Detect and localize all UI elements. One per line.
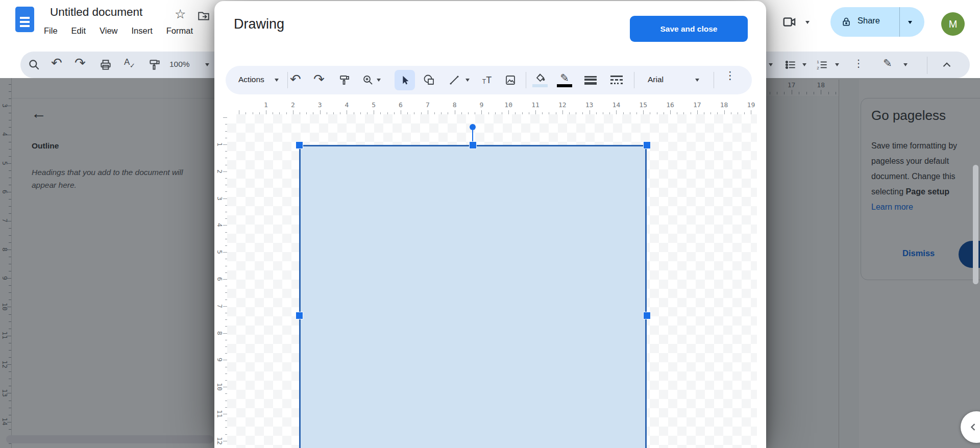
bulleted-list-icon[interactable] [784, 58, 797, 71]
cursor-icon [399, 74, 410, 86]
ruler-mark [223, 306, 227, 307]
redo-icon[interactable]: ↷ [75, 55, 86, 71]
editing-mode-caret-icon[interactable] [903, 63, 908, 68]
pencil-icon: ✎ [560, 72, 569, 84]
ruler-number: 7 [216, 304, 224, 308]
doc-title[interactable]: Untitled document [50, 6, 142, 19]
zoom-caret-icon[interactable] [377, 79, 381, 84]
toolbar-more-icon[interactable]: ⋮ [725, 69, 736, 82]
actions-menu[interactable]: Actions [238, 75, 264, 84]
resize-handle-top-middle[interactable] [470, 142, 476, 148]
toolbar-divider [927, 57, 927, 74]
print-icon[interactable] [99, 58, 112, 71]
select-tool[interactable] [395, 70, 415, 90]
resize-handle-middle-right[interactable] [644, 312, 650, 319]
avatar-initial: M [949, 18, 958, 30]
drawing-vertical-ruler: 123456789101112 [214, 114, 227, 448]
lock-icon [841, 17, 851, 27]
menu-view[interactable]: View [100, 26, 117, 36]
zoom-caret-icon[interactable] [205, 63, 209, 68]
ruler-mark [320, 110, 321, 114]
ruler-mark [455, 110, 455, 114]
line-color-swatch [557, 84, 572, 87]
line-weight-icon[interactable] [582, 71, 599, 89]
share-caret-icon[interactable] [908, 21, 912, 26]
ruler-mark [223, 225, 227, 226]
ruler-number: 16 [666, 101, 674, 109]
text-color-caret-icon[interactable] [769, 63, 773, 68]
toolbar-divider [526, 72, 526, 88]
ruler-mark [428, 110, 428, 114]
ruler-mark [223, 360, 227, 360]
ruler-mark [616, 110, 617, 114]
search-icon[interactable] [28, 58, 41, 71]
undo-icon[interactable]: ↶ [290, 71, 301, 87]
ruler-mark [223, 441, 227, 441]
editing-mode-pencil-icon[interactable]: ✎ [883, 57, 892, 69]
meet-camera-icon[interactable] [782, 14, 797, 30]
menu-insert[interactable]: Insert [132, 26, 153, 36]
horizontal-scrollbar-thumb[interactable] [6, 435, 213, 443]
selected-rectangle-shape[interactable] [299, 145, 647, 448]
insert-image-icon[interactable] [502, 71, 519, 89]
redo-icon[interactable]: ↷ [313, 71, 325, 87]
line-tool-icon[interactable] [446, 71, 463, 89]
share-button[interactable]: Share [830, 7, 924, 37]
resize-handle-top-left[interactable] [296, 142, 303, 148]
bulleted-list-caret-icon[interactable] [802, 63, 806, 68]
save-and-close-button[interactable]: Save and close [630, 16, 748, 42]
resize-handle-top-right[interactable] [644, 142, 650, 148]
ruler-mark [481, 110, 482, 114]
spellcheck-icon[interactable]: A ✓ [124, 57, 138, 71]
move-folder-icon[interactable] [197, 9, 210, 22]
avatar[interactable]: M [941, 12, 965, 36]
ruler-mark [643, 110, 644, 114]
ruler-number: 4 [216, 223, 224, 227]
ruler-number: 4 [345, 101, 349, 109]
zoom-icon[interactable] [359, 71, 377, 89]
more-options-icon[interactable]: ⋮ [853, 57, 864, 69]
toolbar-divider [634, 72, 634, 88]
font-family-caret-icon[interactable] [695, 79, 699, 84]
actions-caret-icon[interactable] [275, 79, 279, 84]
line-tool-caret-icon[interactable] [465, 79, 470, 84]
drawing-canvas[interactable] [227, 114, 757, 448]
docs-logo[interactable] [15, 7, 34, 32]
docs-logo-line [20, 21, 30, 23]
meet-caret-icon[interactable] [805, 21, 810, 26]
ruler-number: 13 [585, 101, 594, 109]
numbered-list-icon[interactable]: 1 2 [816, 58, 829, 71]
paint-format-icon[interactable] [148, 58, 161, 71]
shape-tool-icon[interactable] [421, 71, 438, 89]
menu-file[interactable]: File [44, 26, 58, 36]
undo-icon[interactable]: ↶ [51, 55, 62, 71]
ruler-number: 15 [639, 101, 647, 109]
ruler-number: 3 [318, 101, 322, 109]
ruler-mark [535, 110, 536, 114]
toolbar-divider [287, 72, 288, 88]
text-box-tool[interactable]: TT [478, 71, 496, 89]
ruler-mark [508, 110, 509, 114]
ruler-number: 11 [216, 410, 224, 418]
rotation-handle[interactable] [470, 124, 476, 130]
ruler-mark [670, 110, 671, 114]
ruler-mark [223, 414, 227, 414]
fill-color-tool[interactable] [531, 71, 549, 89]
ruler-mark [223, 171, 227, 172]
star-icon[interactable]: ☆ [175, 7, 186, 21]
ruler-number: 10 [504, 101, 512, 109]
ruler-mark [590, 110, 590, 114]
resize-handle-middle-left[interactable] [296, 312, 303, 319]
numbered-list-caret-icon[interactable] [835, 63, 839, 68]
line-dash-icon[interactable] [608, 71, 625, 89]
zoom-level[interactable]: 100% [169, 60, 190, 69]
collapse-toolbar-icon[interactable] [940, 58, 953, 71]
ruler-number: 12 [558, 101, 567, 109]
menu-format[interactable]: Format [166, 26, 193, 36]
line-color-tool[interactable]: ✎ [556, 71, 573, 89]
font-family-select[interactable]: Arial [648, 75, 664, 84]
ruler-number: 8 [216, 331, 224, 335]
vertical-scrollbar-thumb[interactable] [973, 165, 978, 284]
menu-edit[interactable]: Edit [71, 26, 86, 36]
paint-format-icon[interactable] [336, 71, 353, 89]
